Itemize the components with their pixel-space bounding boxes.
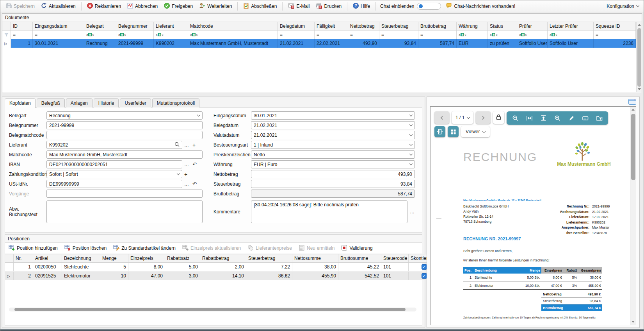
more-options-icon[interactable]: …	[184, 162, 189, 167]
tab-mutationsprotokoll[interactable]: Mutationsprotokoll	[152, 98, 199, 107]
filter-cell[interactable]: =	[278, 30, 315, 39]
page-indicator-dropdown[interactable]: 1 / 1	[452, 111, 473, 124]
filter-cell[interactable]: aBc	[457, 30, 488, 39]
validation-button[interactable]: Validierung	[341, 245, 372, 252]
column-header[interactable]: Matchcode	[188, 22, 278, 30]
column-header[interactable]: Rabattbetrag	[200, 254, 246, 263]
next-page-button[interactable]	[476, 111, 491, 124]
tab-userfelder[interactable]: Userfelder	[120, 98, 151, 107]
waehrung-select[interactable]: EUR | Euro	[251, 160, 415, 168]
column-header[interactable]: Einzelpreis	[128, 254, 165, 263]
positions-horizontal-scrollbar[interactable]	[9, 308, 416, 311]
configuration-menu[interactable]: Konfiguration	[607, 4, 640, 9]
column-header[interactable]: Eingangsdatum	[33, 22, 84, 30]
zoom-in-button[interactable]	[550, 111, 564, 125]
lieferant-input[interactable]	[49, 142, 172, 148]
column-header[interactable]: Bruttosumme	[338, 254, 381, 263]
scrollbar-thumb[interactable]	[631, 114, 635, 180]
cancel-button[interactable]: Abbrechen	[125, 2, 160, 11]
abw-buchungstext-textarea[interactable]	[46, 200, 203, 223]
maximize-window-icon[interactable]	[628, 99, 636, 106]
checked-checkbox[interactable]	[422, 273, 427, 279]
preiskennzeichen-select[interactable]: Netto	[251, 150, 415, 159]
column-header[interactable]: Bezeichnung	[62, 254, 100, 263]
zoom-out-button[interactable]	[508, 111, 522, 125]
print-button[interactable]: Drucken	[313, 2, 344, 11]
lock-button[interactable]	[493, 111, 504, 124]
filter-cell[interactable]: aBc	[488, 30, 517, 39]
zahlungskondition-select[interactable]: Sofort | Sofort	[46, 170, 182, 178]
vorgaenge-input[interactable]	[49, 191, 200, 197]
column-header[interactable]: Belegnummer	[116, 22, 154, 30]
add-position-button[interactable]: Position hinzufügen	[9, 245, 58, 252]
position-row[interactable]: 1 00200050 Stehleuchte 5 8,00 5,00 2,00 …	[5, 263, 422, 272]
release-button[interactable]: Freigeben	[161, 2, 196, 11]
steuerbetrag-input[interactable]	[254, 181, 412, 187]
filter-cell[interactable]: =	[315, 30, 348, 39]
previous-page-button[interactable]	[434, 111, 449, 124]
matchcode-input[interactable]	[49, 152, 200, 157]
filter-cell[interactable]: aBc	[116, 30, 154, 39]
more-options-icon[interactable]: …	[184, 142, 189, 148]
tab-anlagen[interactable]: Anlagen	[66, 98, 93, 107]
scroll-down-arrow[interactable]	[632, 321, 635, 323]
column-header[interactable]: Prüfer	[517, 22, 548, 30]
column-header[interactable]: Steuercode	[381, 254, 409, 263]
filter-cell[interactable]: aBc	[188, 30, 278, 39]
scrollbar-thumb[interactable]	[637, 28, 641, 87]
bruttobetrag-input[interactable]	[254, 191, 412, 197]
column-header[interactable]: ID	[11, 22, 33, 30]
save-button[interactable]: Speichern	[4, 2, 37, 11]
valutadatum-select[interactable]: 21.02.2021	[251, 131, 415, 139]
search-icon[interactable]	[174, 142, 180, 148]
page-layout-button[interactable]	[434, 126, 445, 137]
filter-cell[interactable]: aBc	[548, 30, 594, 39]
checked-checkbox[interactable]	[422, 264, 427, 270]
thumbnails-button[interactable]	[448, 126, 459, 137]
filter-cell[interactable]: =	[379, 30, 418, 39]
scrollbar-thumb[interactable]	[14, 308, 406, 311]
filter-cell[interactable]: aBc	[154, 30, 188, 39]
update-unit-price-button[interactable]: Einzelpreis aktualisieren	[182, 245, 241, 252]
column-header[interactable]: Squeeze ID	[594, 22, 636, 30]
column-header[interactable]: Nettosumme	[292, 254, 338, 263]
delete-position-button[interactable]: Position löschen	[64, 245, 107, 252]
column-header[interactable]: Belegart	[84, 22, 116, 30]
filter-cell[interactable]: =	[11, 30, 33, 39]
column-header[interactable]: Nr.	[14, 254, 33, 263]
eingangsdatum-select[interactable]: 30.01.2021	[251, 111, 415, 120]
column-header[interactable]: Fälligkeit	[315, 22, 348, 30]
add-to-folder-button[interactable]	[592, 111, 607, 125]
recalculate-button[interactable]: Neu ermitteln	[299, 245, 334, 252]
belegnummer-input[interactable]	[49, 123, 200, 128]
column-header[interactable]: Status	[488, 22, 517, 30]
belegdatum-select[interactable]: 21.02.2021	[251, 121, 415, 129]
highlight-pen-button[interactable]	[564, 111, 578, 125]
fit-to-height-button[interactable]	[536, 111, 550, 125]
fit-to-width-button[interactable]	[522, 111, 536, 125]
column-header[interactable]: Artikel	[33, 254, 62, 263]
viewer-vertical-scrollbar[interactable]	[630, 107, 636, 325]
position-row-selected[interactable]: ▷ 2 02091525 Elektromotor 10 47,00 3,00 …	[5, 272, 422, 280]
finish-button[interactable]: Abschließen	[240, 2, 279, 11]
scroll-up-arrow[interactable]	[632, 109, 635, 111]
refresh-button[interactable]: Aktualisieren	[38, 2, 78, 11]
column-header[interactable]: Nettobetrag	[348, 22, 379, 30]
ustidnr-input[interactable]	[49, 181, 180, 187]
column-header[interactable]: Rabattsatz	[165, 254, 200, 263]
column-header[interactable]: Menge	[100, 254, 128, 263]
filter-cell[interactable]: =	[594, 30, 636, 39]
filter-cell[interactable]: =	[33, 30, 84, 39]
tab-historie[interactable]: Historie	[94, 98, 119, 107]
column-header[interactable]: Letzter Prüfer	[548, 22, 594, 30]
column-header[interactable]: Bruttobetrag	[418, 22, 457, 30]
filter-cell[interactable]: aBc	[84, 30, 116, 39]
stamp-card-button[interactable]	[578, 111, 592, 125]
viewer-mode-dropdown[interactable]: Viewer	[461, 126, 490, 137]
filter-cell[interactable]: aBc	[517, 30, 548, 39]
change-to-standard-article-button[interactable]: Zu Standardartikel ändern	[113, 245, 176, 252]
add-icon[interactable]: +	[192, 142, 196, 148]
chat-toggle[interactable]	[417, 3, 441, 10]
iban-input[interactable]	[49, 162, 180, 167]
forward-button[interactable]: Weiterleiten	[196, 2, 235, 11]
